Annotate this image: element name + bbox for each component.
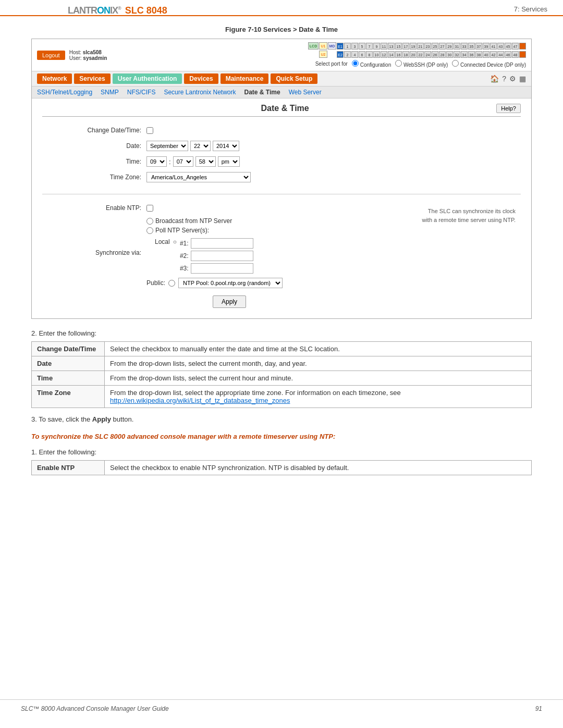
port-36[interactable]: 36 bbox=[468, 51, 475, 58]
port-25[interactable]: 25 bbox=[432, 43, 438, 50]
port-10[interactable]: 10 bbox=[373, 51, 380, 58]
home-icon[interactable]: 🏠 bbox=[490, 75, 499, 83]
port-17[interactable]: 17 bbox=[402, 43, 409, 50]
month-select[interactable]: September bbox=[146, 141, 188, 151]
port-9[interactable]: 9 bbox=[373, 43, 380, 50]
port-20[interactable]: 20 bbox=[410, 51, 417, 58]
server3-input[interactable] bbox=[191, 263, 253, 274]
port-7[interactable]: 7 bbox=[366, 43, 373, 50]
subnav-snmp[interactable]: SNMP bbox=[101, 89, 119, 96]
port-33[interactable]: 33 bbox=[461, 43, 468, 50]
port-40[interactable]: 40 bbox=[483, 51, 489, 58]
port-41[interactable]: 41 bbox=[490, 43, 497, 50]
port-end1[interactable] bbox=[519, 43, 526, 50]
port-e1[interactable]: E1 bbox=[337, 43, 344, 50]
help-icon[interactable]: ? bbox=[502, 75, 506, 83]
server2-input[interactable] bbox=[191, 251, 253, 261]
port-18[interactable]: 18 bbox=[402, 51, 409, 58]
footer-left: SLC™ 8000 Advanced Console Manager User … bbox=[21, 705, 169, 712]
port-2[interactable]: 2 bbox=[344, 51, 351, 58]
nav-devices-btn[interactable]: Devices bbox=[184, 73, 218, 84]
port-8[interactable]: 8 bbox=[366, 51, 373, 58]
u2-btn[interactable]: U2 bbox=[319, 51, 327, 58]
day-select[interactable]: 22 bbox=[190, 141, 211, 151]
port-42[interactable]: 42 bbox=[490, 51, 497, 58]
config-radio-label[interactable]: Configuration bbox=[352, 60, 391, 68]
port-29[interactable]: 29 bbox=[446, 43, 453, 50]
port-24[interactable]: 24 bbox=[424, 51, 431, 58]
webssh-radio-label[interactable]: WebSSH (DP only) bbox=[395, 60, 448, 68]
port-48[interactable]: 48 bbox=[512, 51, 519, 58]
poll-radio-label[interactable]: Poll NTP Server(s): bbox=[146, 227, 209, 234]
port-13[interactable]: 13 bbox=[388, 43, 395, 50]
port-38[interactable]: 38 bbox=[475, 51, 482, 58]
port-e2[interactable]: E2 bbox=[337, 51, 344, 58]
port-43[interactable]: 43 bbox=[497, 43, 504, 50]
info-icon[interactable]: ▦ bbox=[519, 75, 526, 83]
port-1[interactable]: 1 bbox=[344, 43, 351, 50]
port-28[interactable]: 28 bbox=[439, 51, 446, 58]
port-26[interactable]: 26 bbox=[432, 51, 438, 58]
port-6[interactable]: 6 bbox=[359, 51, 365, 58]
md-btn[interactable]: MD bbox=[328, 42, 336, 50]
nav-maintenance-btn[interactable]: Maintenance bbox=[221, 73, 269, 84]
apply-button[interactable]: Apply bbox=[213, 295, 246, 308]
u1-btn[interactable]: U1 bbox=[319, 42, 327, 50]
port-16[interactable]: 16 bbox=[395, 51, 402, 58]
port-4[interactable]: 4 bbox=[351, 51, 358, 58]
port-37[interactable]: 37 bbox=[475, 43, 482, 50]
public-radio[interactable] bbox=[168, 280, 175, 287]
port-19[interactable]: 19 bbox=[410, 43, 417, 50]
subnav-datetime[interactable]: Date & Time bbox=[244, 89, 280, 96]
help-button[interactable]: Help? bbox=[496, 104, 521, 113]
change-datetime-checkbox[interactable] bbox=[146, 127, 153, 134]
port-14[interactable]: 14 bbox=[388, 51, 395, 58]
poll-radio[interactable] bbox=[146, 227, 153, 234]
port-5[interactable]: 5 bbox=[359, 43, 365, 50]
port-39[interactable]: 39 bbox=[483, 43, 489, 50]
timezone-select[interactable]: America/Los_Angeles bbox=[146, 172, 251, 182]
second-select[interactable]: 58 bbox=[195, 156, 216, 167]
subnav-ssh[interactable]: SSH/Telnet/Logging bbox=[37, 89, 92, 96]
ntp-pool-select[interactable]: NTP Pool: 0.pool.ntp.org (random) bbox=[178, 278, 283, 288]
broadcast-radio-label[interactable]: Broadcast from NTP Server bbox=[146, 217, 232, 225]
port-32[interactable]: 32 bbox=[454, 51, 460, 58]
minute-select[interactable]: 07 bbox=[173, 156, 193, 167]
subnav-nfs[interactable]: NFS/CIFS bbox=[127, 89, 156, 96]
port-44[interactable]: 44 bbox=[497, 51, 504, 58]
port-15[interactable]: 15 bbox=[395, 43, 402, 50]
port-23[interactable]: 23 bbox=[424, 43, 431, 50]
ampm-select[interactable]: pm bbox=[218, 156, 240, 167]
port-46[interactable]: 46 bbox=[505, 51, 511, 58]
subnav-webserver[interactable]: Web Server bbox=[289, 89, 322, 96]
wiki-link[interactable]: http://en.wikipedia.org/wiki/List_of_tz_… bbox=[110, 397, 290, 404]
nav-quick-setup-btn[interactable]: Quick Setup bbox=[271, 73, 317, 84]
hour-select[interactable]: 09 bbox=[146, 156, 167, 167]
port-47[interactable]: 47 bbox=[512, 43, 519, 50]
port-34[interactable]: 34 bbox=[461, 51, 468, 58]
broadcast-radio[interactable] bbox=[146, 218, 153, 225]
port-21[interactable]: 21 bbox=[417, 43, 424, 50]
port-12[interactable]: 12 bbox=[381, 51, 387, 58]
nav-user-auth-btn[interactable]: User Authentication bbox=[113, 73, 182, 84]
settings-icon[interactable]: ⚙ bbox=[509, 75, 516, 83]
port-22[interactable]: 22 bbox=[417, 51, 424, 58]
port-3[interactable]: 3 bbox=[351, 43, 358, 50]
port-27[interactable]: 27 bbox=[439, 43, 446, 50]
logout-button[interactable]: Logout bbox=[37, 51, 65, 60]
port-31[interactable]: 31 bbox=[454, 43, 460, 50]
device-topbar: Logout Host: slca508 User: sysadmin LANT… bbox=[32, 39, 531, 71]
lcd-btn[interactable]: LCD bbox=[308, 42, 319, 50]
year-select[interactable]: 2014 bbox=[213, 141, 239, 151]
server1-input[interactable] bbox=[191, 238, 253, 249]
port-45[interactable]: 45 bbox=[505, 43, 511, 50]
port-11[interactable]: 11 bbox=[381, 43, 387, 50]
port-30[interactable]: 30 bbox=[446, 51, 453, 58]
subnav-secure[interactable]: Secure Lantronix Network bbox=[164, 89, 236, 96]
connected-radio-label[interactable]: Connected Device (DP only) bbox=[452, 60, 526, 68]
port-end2[interactable] bbox=[519, 51, 526, 58]
nav-network-btn[interactable]: Network bbox=[37, 73, 72, 84]
enable-ntp-checkbox[interactable] bbox=[146, 205, 153, 212]
nav-services-btn[interactable]: Services bbox=[74, 73, 110, 84]
port-35[interactable]: 35 bbox=[468, 43, 475, 50]
